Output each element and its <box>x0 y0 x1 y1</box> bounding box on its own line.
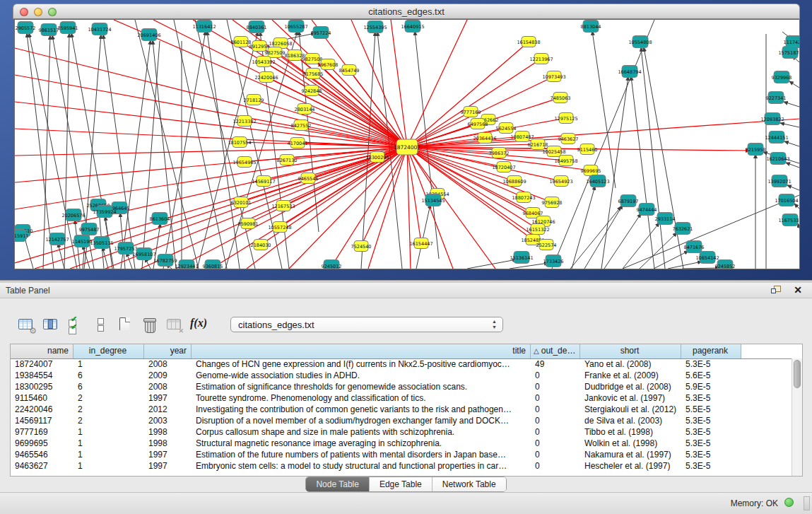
column-header-out_degree[interactable]: △out_de… <box>531 344 580 358</box>
citation-edge-black[interactable] <box>121 40 151 269</box>
citation-edge-red[interactable] <box>407 119 799 147</box>
column-header-pagerank[interactable]: pagerank <box>681 344 741 358</box>
new-table-icon[interactable] <box>116 315 134 334</box>
delete-table-icon[interactable] <box>141 315 159 334</box>
column-header-name[interactable]: name <box>11 344 73 358</box>
tab-network-table[interactable]: Network Table <box>433 477 506 491</box>
citation-edge-black[interactable] <box>641 47 665 269</box>
citation-edge-black[interactable] <box>584 205 623 269</box>
citation-edge-black[interactable] <box>601 76 628 269</box>
function-builder-icon[interactable]: f(x) <box>190 315 211 334</box>
citation-edge-black[interactable] <box>784 141 799 146</box>
citation-edge-black[interactable] <box>135 20 199 269</box>
column-visibility-icon[interactable] <box>42 315 60 334</box>
citation-edge-black[interactable] <box>787 185 799 190</box>
citation-edge-black[interactable] <box>570 206 621 269</box>
citation-edge-black[interactable] <box>126 252 132 269</box>
graph-node-label: 2905572 <box>16 25 36 31</box>
table-row[interactable]: 1938455462009Genome-wide association stu… <box>11 370 792 381</box>
combobox-stepper-icon[interactable]: ▲▼ <box>492 319 497 330</box>
graph-node-label: 16958107 <box>132 252 155 257</box>
column-header-short[interactable]: short <box>580 344 681 358</box>
close-panel-icon[interactable]: ✕ <box>794 284 802 296</box>
citation-edge-black[interactable] <box>640 233 677 269</box>
citation-edge-red[interactable] <box>15 147 407 156</box>
float-panel-icon[interactable] <box>771 286 781 294</box>
citation-edge-black[interactable] <box>798 223 799 228</box>
citation-edge-black[interactable] <box>794 204 799 209</box>
network-window-titlebar[interactable]: citations_edges.txt <box>13 4 800 19</box>
citation-edge-black[interactable] <box>604 214 641 269</box>
citation-edge-black[interactable] <box>58 243 64 269</box>
column-header-title[interactable]: title <box>192 344 531 358</box>
tab-node-table[interactable]: Node Table <box>306 477 370 491</box>
citation-edge-black[interactable] <box>64 33 69 269</box>
cell-in_degree: 6 <box>73 381 144 392</box>
citation-edge-red[interactable] <box>368 147 407 269</box>
graph-node-label: 16154838 <box>517 40 540 45</box>
citation-edge-red[interactable] <box>275 52 407 147</box>
citation-edge-black[interactable] <box>780 123 799 127</box>
citation-edge-black[interactable] <box>644 47 683 269</box>
toggle-views-icon[interactable] <box>91 315 110 334</box>
citation-edge-red[interactable] <box>407 147 453 269</box>
citation-edge-red[interactable] <box>15 48 407 147</box>
cell-name: 9777169 <box>11 426 73 438</box>
citation-edge-black[interactable] <box>682 268 719 269</box>
citation-edge-black[interactable] <box>784 102 799 107</box>
table-row[interactable]: 2242004622012Investigating the contribut… <box>11 404 792 415</box>
citation-edge-black[interactable] <box>789 81 799 88</box>
table-row[interactable]: 911546021997Tourette syndrome. Phenomeno… <box>11 392 792 404</box>
graph-node-label: 1145190 <box>72 239 93 245</box>
network-view-canvas[interactable]: 8601128891295418226058982750981863281054… <box>14 19 800 269</box>
table-toolbar: f(x)citations_edges.txt▲▼ <box>17 314 503 335</box>
graph-node-label: 9115460 <box>577 147 598 153</box>
citation-edge-red[interactable] <box>15 102 407 147</box>
table-row[interactable]: 977716911998Corpus callosum shape and si… <box>11 426 792 438</box>
column-header-year[interactable]: year <box>144 344 192 358</box>
citation-edge-red[interactable] <box>114 20 407 147</box>
vertical-scrollbar[interactable] <box>792 358 802 476</box>
graph-node-label: 18300295 <box>365 155 389 160</box>
citation-edge-red[interactable] <box>407 20 467 147</box>
panel-title: Table Panel <box>6 286 50 296</box>
citation-network-graph[interactable]: 8601128891295418226058982750981863281054… <box>15 20 799 269</box>
table-settings-icon[interactable] <box>17 315 35 334</box>
table-row[interactable]: 1872400712008Changes of HCN gene express… <box>11 358 792 370</box>
scrollbar-thumb[interactable] <box>794 360 801 388</box>
citation-edge-black[interactable] <box>416 204 430 269</box>
citation-edge-black[interactable] <box>142 41 160 269</box>
graph-node-label: 15136141 <box>510 255 533 261</box>
graph-node-label: 8601128 <box>231 40 252 45</box>
graph-node-label: 9827508 <box>302 57 323 62</box>
cell-short: Hescheler et al. (1997) <box>580 460 681 472</box>
cell-out_degree: 0 <box>531 426 580 438</box>
table-selector-combobox[interactable]: citations_edges.txt▲▼ <box>230 317 503 332</box>
table-row[interactable]: 946554611997Estimation of the future num… <box>11 449 792 460</box>
graph-node-label: 6879197 <box>618 199 639 204</box>
table-row[interactable]: 969969511998Structural magnetic resonanc… <box>11 438 792 449</box>
citation-edge-black[interactable] <box>631 76 654 269</box>
citation-edge-black[interactable] <box>207 31 240 269</box>
row-selection-icon[interactable] <box>66 315 85 334</box>
citation-edge-black[interactable] <box>668 262 702 269</box>
graph-node-label: 7524540 <box>351 244 372 250</box>
graph-node-label: 8595941 <box>58 25 78 31</box>
graph-node-label: 9474444 <box>637 207 657 213</box>
cell-title: Estimation of the future numbers of pati… <box>192 449 531 460</box>
cell-pagerank: 5.3E-5 <box>681 449 741 460</box>
graph-node-label: 12213382 <box>233 119 256 124</box>
citation-edge-black[interactable] <box>786 163 799 168</box>
table-row[interactable]: 1456911722003Disruption of a novel membe… <box>11 415 792 426</box>
table-row[interactable]: 946362711997Embryonic stem cells: a mode… <box>11 460 792 472</box>
resize-grip[interactable] <box>804 496 810 510</box>
table-row[interactable]: 1830029562008Estimation of significance … <box>11 381 792 392</box>
citation-edge-black[interactable] <box>43 35 50 269</box>
citation-edge-black[interactable] <box>592 31 616 188</box>
network-desktop-background: citations_edges.txt 86011288912954182260… <box>0 0 812 280</box>
citation-edge-red[interactable] <box>407 147 538 229</box>
cell-pagerank: 5.3E-5 <box>681 426 741 438</box>
column-header-in_degree[interactable]: in_degree <box>73 344 144 358</box>
tab-edge-table[interactable]: Edge Table <box>370 477 433 491</box>
cell-out_degree: 0 <box>531 404 580 415</box>
